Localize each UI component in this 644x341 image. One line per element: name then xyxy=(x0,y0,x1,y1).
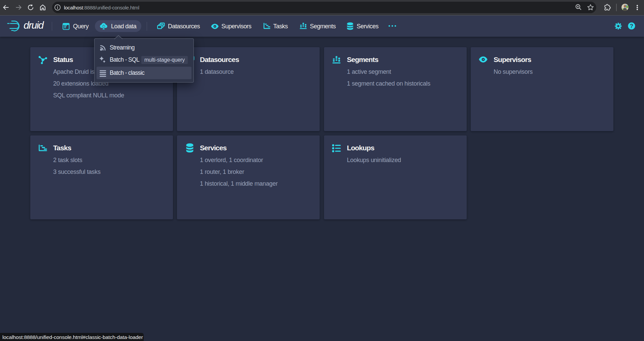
svg-text:?: ? xyxy=(630,23,633,29)
